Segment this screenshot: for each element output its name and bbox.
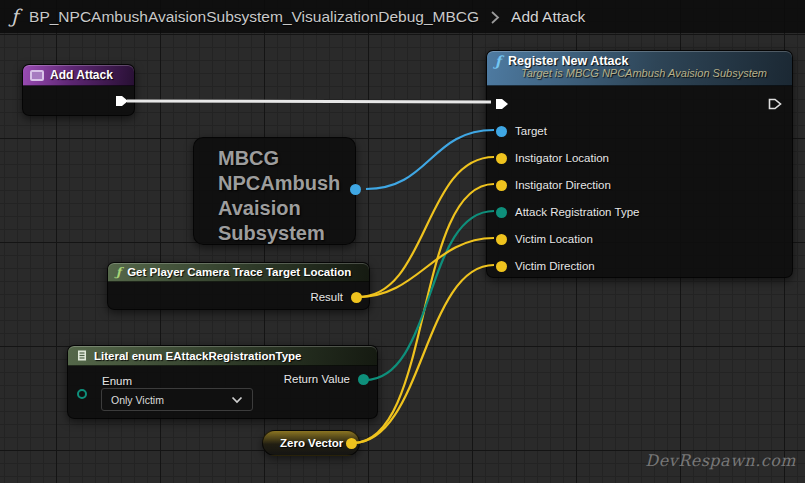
subsystem-out-pin[interactable] [350, 184, 361, 195]
node-title: Zero Vector [280, 437, 343, 449]
wire-attack-registration-type[interactable] [365, 211, 494, 380]
node-literal-enum[interactable]: Literal enum EAttackRegistrationType Enu… [67, 345, 378, 419]
exec-out-pin[interactable] [115, 95, 129, 108]
subsystem-name-line: MBCG [218, 146, 355, 171]
exec-in-pin[interactable] [495, 98, 509, 111]
function-graph-icon: ƒ [11, 7, 18, 26]
breadcrumb-blueprint-name[interactable]: BP_NPCAmbushAvaisionSubsystem_Visualizat… [29, 8, 479, 26]
wire-instigator-location[interactable] [358, 157, 494, 297]
return-value-label: Return Value [284, 373, 350, 385]
exec-out-pin[interactable] [768, 98, 782, 111]
watermark: DevRespawn.com [645, 451, 796, 470]
pin-label: Instigator Location [515, 152, 609, 164]
pin-label: Instigator Direction [515, 179, 611, 191]
enum-input-label: Enum [102, 375, 132, 387]
pin-label: Victim Direction [515, 260, 595, 272]
result-label: Result [310, 291, 343, 303]
enum-in-pin[interactable] [77, 389, 87, 399]
pin-label: Attack Registration Type [515, 206, 639, 218]
enum-value-dropdown[interactable]: Only Victim [101, 388, 253, 411]
wire-victim-location[interactable] [358, 238, 494, 297]
function-icon: ƒ [116, 266, 121, 278]
breadcrumb: ƒ BP_NPCAmbushAvaisionSubsystem_Visualiz… [0, 0, 805, 33]
chevron-down-icon [231, 396, 243, 404]
instigator-location-pin[interactable] [496, 153, 507, 164]
attack-registration-type-pin[interactable] [496, 207, 507, 218]
enum-selected-value: Only Victim [111, 394, 164, 406]
enum-literal-icon [76, 349, 88, 362]
subsystem-name-line: Subsystem [218, 221, 355, 246]
node-get-player-camera-trace-target-location[interactable]: ƒ Get Player Camera Trace Target Locatio… [107, 262, 370, 310]
pin-label: Target [515, 125, 547, 137]
node-register-new-attack[interactable]: ƒ Register New Attack Target is MBCG NPC… [486, 50, 793, 278]
zero-vector-out-pin[interactable] [346, 438, 357, 449]
victim-direction-pin[interactable] [496, 261, 507, 272]
wire-target[interactable] [366, 130, 494, 189]
wire-exec[interactable] [127, 101, 491, 102]
node-title: Get Player Camera Trace Target Location [127, 266, 351, 278]
victim-location-pin[interactable] [496, 234, 507, 245]
node-title: Literal enum EAttackRegistrationType [94, 350, 301, 362]
function-icon: ƒ [495, 54, 501, 68]
result-pin[interactable] [351, 292, 362, 303]
node-title: Add Attack [50, 68, 113, 82]
node-subsystem-getter[interactable]: MBCG NPCAmbush Avaision Subsystem [193, 137, 356, 245]
node-title: Register New Attack [508, 54, 628, 68]
subsystem-name-line: Avaision [218, 196, 355, 221]
node-subtitle: Target is MBCG NPCAmbush Avaision Subsys… [521, 67, 784, 79]
instigator-direction-pin[interactable] [496, 180, 507, 191]
pin-label: Victim Location [515, 233, 593, 245]
breadcrumb-function-name[interactable]: Add Attack [511, 8, 585, 26]
subsystem-name-line: NPCAmbush [218, 171, 355, 196]
blueprint-graph-canvas[interactable]: Add Attack ƒ Register New Attack Target … [0, 0, 805, 483]
return-value-pin[interactable] [358, 374, 369, 385]
target-pin[interactable] [496, 126, 507, 137]
custom-event-icon [30, 70, 44, 81]
node-add-attack-event[interactable]: Add Attack [22, 64, 135, 116]
node-zero-vector[interactable]: Zero Vector [262, 430, 360, 456]
breadcrumb-separator-icon [490, 10, 500, 25]
